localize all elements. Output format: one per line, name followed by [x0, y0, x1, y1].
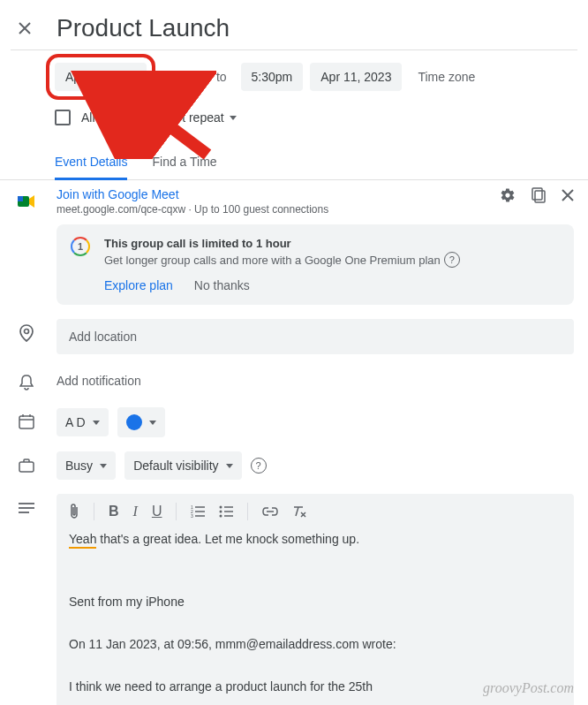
promo-title: This group call is limited to 1 hour [104, 237, 460, 250]
help-icon[interactable]: ? [444, 252, 460, 268]
svg-rect-9 [19, 462, 34, 472]
chevron-down-icon [149, 421, 156, 425]
add-notification-button[interactable]: Add notification [57, 368, 574, 393]
meet-join-link[interactable]: Join with Google Meet [57, 187, 328, 201]
copy-icon[interactable] [531, 187, 546, 203]
separator [94, 503, 94, 520]
location-icon [18, 324, 35, 342]
link-button[interactable] [262, 507, 278, 516]
explore-plan-button[interactable]: Explore plan [104, 278, 173, 292]
svg-text:3: 3 [191, 513, 193, 518]
repeat-dropdown[interactable]: Does not repeat [129, 105, 244, 130]
bold-button[interactable]: B [109, 504, 119, 519]
underline-button[interactable]: U [152, 504, 162, 519]
busy-label: Busy [65, 459, 93, 473]
no-thanks-button[interactable]: No thanks [194, 278, 250, 292]
location-input[interactable]: Add location [57, 319, 574, 354]
gear-icon[interactable] [500, 187, 516, 203]
description-text[interactable]: Yeah that's a great idea. Let me knock s… [69, 529, 562, 697]
all-day-checkbox[interactable] [55, 110, 71, 125]
event-title[interactable]: Product Launch [57, 14, 230, 42]
chevron-down-icon [100, 464, 107, 468]
help-icon[interactable]: ? [251, 458, 267, 474]
description-editor[interactable]: B I U 123 Yeah that's a great idea. Let … [57, 494, 574, 705]
end-date-field[interactable]: Apr 11, 2023 [310, 63, 402, 91]
watermark: groovyPost.com [483, 680, 574, 696]
chevron-down-icon [93, 421, 100, 425]
calendar-icon [18, 413, 35, 430]
visibility-label: Default visibility [133, 459, 218, 473]
promo-box: 1 This group call is limited to 1 hour G… [57, 224, 574, 305]
start-date-field[interactable]: Apr 11, 2023 [55, 63, 147, 91]
chevron-down-icon [230, 116, 237, 120]
to-label: to [209, 63, 234, 91]
visibility-dropdown[interactable]: Default visibility [124, 451, 241, 480]
promo-subtitle: Get longer group calls and more with a G… [104, 254, 441, 267]
event-color-dropdown[interactable] [117, 407, 165, 437]
separator [176, 503, 177, 520]
separator [247, 503, 248, 520]
start-time-field[interactable]: 4:30pm [154, 63, 202, 91]
meet-capacity: Up to 100 guest connections [194, 203, 328, 216]
svg-rect-1 [18, 196, 23, 201]
svg-rect-2 [535, 191, 545, 202]
meet-url: meet.google.com/qce-cqxw [57, 203, 185, 216]
timezone-button[interactable]: Time zone [409, 63, 484, 91]
bulleted-list-button[interactable] [219, 505, 233, 518]
svg-point-21 [220, 511, 222, 513]
description-icon [18, 499, 35, 517]
chevron-down-icon [226, 464, 233, 468]
close-icon[interactable] [18, 21, 39, 35]
google-one-icon: 1 [71, 237, 90, 256]
tab-find-a-time[interactable]: Find a Time [152, 146, 216, 179]
svg-rect-3 [532, 188, 542, 200]
svg-rect-5 [19, 416, 34, 428]
all-day-label: All day [81, 110, 118, 125]
calendar-owner-label: A D [65, 415, 86, 429]
attach-icon[interactable] [69, 504, 79, 519]
italic-button[interactable]: I [133, 504, 138, 519]
color-dot [126, 414, 142, 430]
svg-point-4 [25, 330, 29, 334]
tab-event-details[interactable]: Event Details [55, 146, 127, 180]
remove-meet-icon[interactable] [562, 189, 574, 201]
end-time-field[interactable]: 5:30pm [241, 63, 304, 91]
repeat-label: Does not repeat [136, 110, 224, 125]
briefcase-icon [18, 457, 35, 474]
numbered-list-button[interactable]: 123 [191, 505, 205, 518]
calendar-owner-dropdown[interactable]: A D [57, 408, 109, 436]
bell-icon [18, 374, 35, 391]
svg-point-19 [220, 506, 222, 509]
clear-formatting-button[interactable] [292, 505, 306, 518]
svg-point-23 [220, 515, 222, 518]
meet-icon [18, 193, 35, 210]
busy-dropdown[interactable]: Busy [57, 451, 116, 480]
